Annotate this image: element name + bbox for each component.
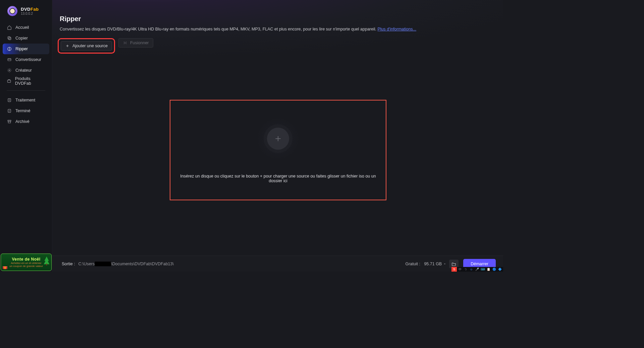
tray-icon[interactable]: ⌨ (480, 267, 485, 272)
promo-banner[interactable]: Vente de Noël Achetez-en un et obtenez u… (1, 254, 52, 271)
svg-rect-5 (8, 59, 11, 61)
tray-icon[interactable]: 🎤 (474, 267, 480, 272)
sidebar-item-label: Convertisseur (15, 57, 41, 62)
sidebar-item-label: Copier (15, 36, 28, 41)
sidebar-item-home[interactable]: Accueil (3, 22, 49, 33)
promo-line2: un coupon de grande valeur (3, 265, 49, 268)
plus-halo (256, 117, 300, 160)
footer-bar: Sortie : C:\Users \Documents\DVDFab\DVDF… (52, 256, 503, 272)
chevron-down-icon (443, 262, 446, 266)
merge-button[interactable]: Fusionner (118, 38, 153, 48)
page-description: Convertissez les disques DVD/Blu-ray/4K … (60, 27, 496, 31)
svg-rect-11 (8, 121, 11, 123)
gift-icon (2, 265, 8, 270)
folder-icon (451, 262, 456, 266)
converter-icon (7, 57, 12, 62)
promo-line1: Achetez-en un et obtenez (3, 262, 49, 265)
tree-icon (43, 256, 50, 266)
sidebar-item-label: Terminé (15, 109, 30, 113)
plus-icon (274, 134, 282, 143)
free-space[interactable]: Gratuit : 95.71 GB (405, 262, 446, 266)
done-icon (7, 108, 12, 114)
svg-rect-2 (9, 38, 11, 40)
more-info-link[interactable]: Plus d'informations... (377, 27, 416, 31)
sidebar-item-label: Archivé (15, 119, 30, 124)
output-path[interactable]: C:\Users \Documents\DVDFab\DVDFab13\ (78, 262, 174, 266)
svg-rect-3 (8, 37, 10, 39)
add-source-label: Ajouter une source (72, 44, 108, 48)
highlight-add-source: Ajouter une source (58, 38, 115, 54)
output-label: Sortie : (62, 262, 75, 266)
home-icon (7, 25, 12, 30)
sidebar-item-processing[interactable]: Traitement (3, 95, 49, 106)
svg-rect-14 (46, 264, 47, 265)
sidebar-item-label: Ripper (15, 47, 28, 51)
drop-zone-text: Insérez un disque ou cliquez sur le bout… (170, 174, 386, 183)
merge-label: Fusionner (130, 41, 149, 45)
copy-icon (7, 36, 12, 41)
sidebar-item-archived[interactable]: Archivé (3, 116, 49, 127)
tray-icon[interactable]: ㄅ (463, 267, 468, 272)
add-source-big-button[interactable] (267, 128, 289, 150)
app-logo: DVDFab 13.0.0.2 (0, 4, 52, 22)
ripper-icon (7, 46, 12, 52)
creator-icon (7, 68, 12, 73)
sidebar-item-label: Créateur (15, 68, 32, 73)
sidebar-item-ripper[interactable]: Ripper (3, 44, 49, 54)
sidebar-item-label: Accueil (15, 25, 29, 30)
svg-point-6 (9, 70, 10, 71)
system-tray: S 中 ㄅ ☺ 🎤 ⌨ 📋 🔵 🔷 (451, 267, 503, 272)
tray-icon[interactable]: 🔷 (497, 267, 502, 272)
sidebar-item-done[interactable]: Terminé (3, 106, 49, 116)
app-version: 13.0.0.2 (21, 12, 39, 15)
products-icon (7, 78, 12, 84)
tray-icon[interactable]: 中 (457, 267, 463, 272)
svg-marker-13 (44, 259, 50, 264)
app-name: DVDFab (21, 7, 39, 12)
drop-zone[interactable]: Insérez un disque ou cliquez sur le bout… (170, 100, 386, 200)
page-title: Ripper (60, 15, 496, 23)
tray-icon[interactable]: 📋 (486, 267, 491, 272)
sidebar-item-label: Produits DVDFab (15, 76, 45, 86)
merge-icon (123, 41, 127, 45)
toolbar: Ajouter une source Fusionner (60, 38, 496, 54)
tray-icon[interactable]: ☺ (469, 267, 474, 272)
sidebar-item-products[interactable]: Produits DVDFab (3, 76, 49, 86)
task-icon (7, 97, 12, 103)
sidebar-item-converter[interactable]: Convertisseur (3, 54, 49, 65)
svg-rect-7 (8, 80, 11, 82)
svg-rect-17 (5, 266, 6, 269)
archive-icon (7, 119, 12, 124)
logo-icon (7, 6, 17, 16)
sidebar-item-creator[interactable]: Créateur (3, 65, 49, 76)
main-area: Ripper Convertissez les disques DVD/Blu-… (52, 0, 503, 272)
sidebar-item-label: Traitement (15, 98, 35, 102)
add-source-button[interactable]: Ajouter une source (61, 41, 112, 51)
sidebar: DVDFab 13.0.0.2 Accueil Copier Ripper Co… (0, 0, 52, 272)
sidebar-separator (7, 90, 45, 91)
promo-title: Vente de Noël (3, 257, 49, 262)
plus-icon (65, 44, 70, 48)
sidebar-item-copy[interactable]: Copier (3, 33, 49, 44)
tray-icon[interactable]: 🔵 (491, 267, 497, 272)
tray-icon[interactable]: S (451, 267, 457, 272)
